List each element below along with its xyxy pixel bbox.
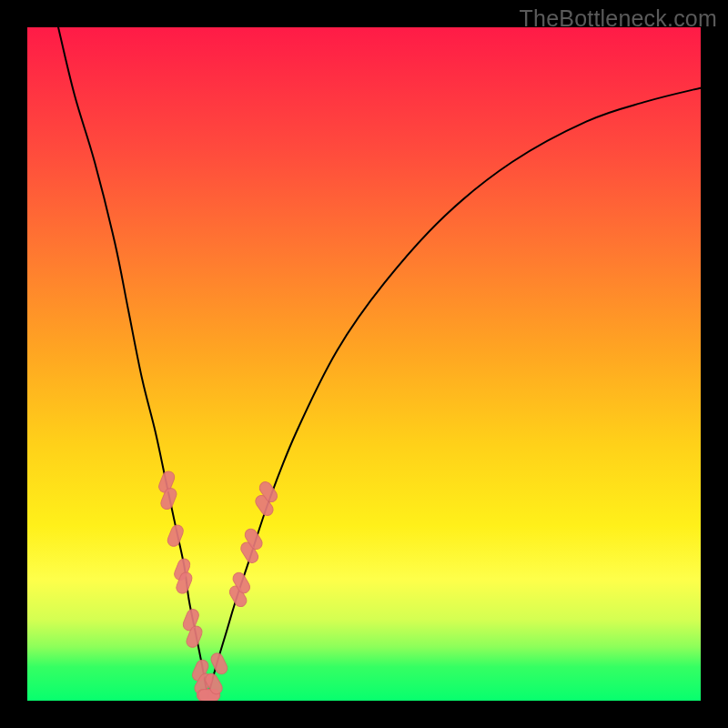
marker-capsule	[166, 523, 185, 548]
svg-rect-12	[209, 652, 229, 676]
curve-layer	[27, 27, 701, 701]
bottleneck-curve	[58, 27, 701, 697]
plot-area	[27, 27, 701, 701]
curve-left-branch	[58, 27, 207, 697]
chart-frame: TheBottleneck.com	[0, 0, 728, 728]
svg-rect-2	[166, 523, 185, 548]
marker-capsule	[209, 652, 229, 676]
curve-right-branch	[207, 88, 701, 698]
marker-cluster	[157, 470, 279, 701]
